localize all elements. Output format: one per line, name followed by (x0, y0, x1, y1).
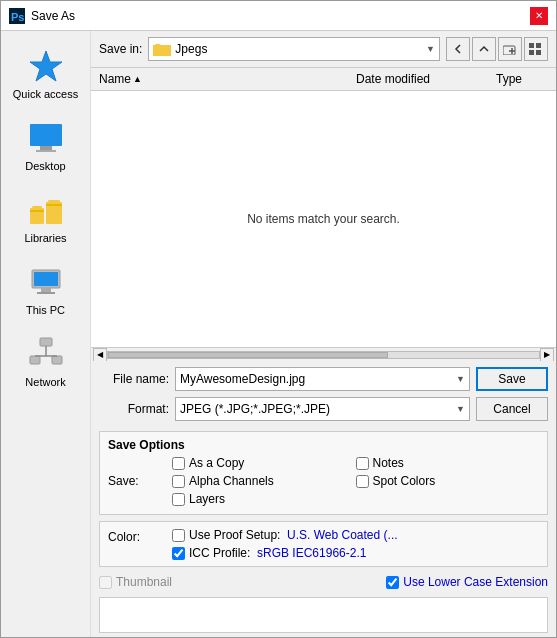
icc-profile-checkbox[interactable] (172, 547, 185, 560)
filename-input[interactable]: MyAwesomeDesign.jpg ▼ (175, 367, 470, 391)
spot-colors-item: Spot Colors (356, 474, 540, 488)
libraries-icon (28, 192, 64, 228)
thumbnail-check: Thumbnail (99, 575, 172, 589)
top-bar: Save in: Jpegs ▼ (91, 31, 556, 68)
svg-rect-11 (48, 200, 60, 202)
svg-rect-25 (529, 43, 534, 48)
svg-rect-5 (36, 150, 56, 152)
scroll-left-button[interactable]: ◀ (93, 348, 107, 362)
sort-arrow: ▲ (133, 74, 142, 84)
format-dropdown-arrow: ▼ (456, 404, 465, 414)
icc-profile-item: ICC Profile: sRGB IEC61966-2.1 (172, 546, 539, 560)
sidebar-item-libraries[interactable]: Libraries (6, 183, 86, 251)
color-options: Use Proof Setup: U.S. Web Coated (... IC… (172, 528, 539, 560)
col-date[interactable]: Date modified (352, 70, 492, 88)
libraries-icon-box (26, 190, 66, 230)
save-in-label: Save in: (99, 42, 142, 56)
spot-colors-checkbox[interactable] (356, 475, 369, 488)
cancel-button[interactable]: Cancel (476, 397, 548, 421)
sidebar-item-label: This PC (26, 304, 65, 316)
svg-rect-9 (46, 204, 62, 206)
title-bar-left: Ps Save As (9, 8, 75, 24)
svg-rect-14 (41, 288, 51, 292)
nav-back-button[interactable] (446, 37, 470, 61)
close-button[interactable]: ✕ (530, 7, 548, 25)
scrollbar-area: ◀ ▶ (91, 347, 556, 361)
sidebar-item-quick-access[interactable]: Quick access (6, 39, 86, 107)
lowercase-label: Use Lower Case Extension (403, 575, 548, 589)
spot-colors-label: Spot Colors (373, 474, 436, 488)
new-folder-icon (503, 43, 517, 55)
color-label: Color: (108, 528, 168, 544)
lowercase-checkbox[interactable] (386, 576, 399, 589)
back-icon (452, 43, 464, 55)
notes-label: Notes (373, 456, 404, 470)
svg-rect-3 (30, 124, 62, 146)
this-pc-icon-box (26, 262, 66, 302)
col-name[interactable]: Name ▲ (95, 70, 352, 88)
computer-icon (28, 264, 64, 300)
layers-item: Layers (172, 492, 356, 506)
color-row: Color: Use Proof Setup: U.S. Web Coated … (108, 528, 539, 560)
bottom-text-area[interactable] (99, 597, 548, 633)
file-list-area: No items match your search. (91, 91, 556, 347)
svg-rect-18 (52, 356, 62, 364)
quick-access-icon-box (26, 46, 66, 86)
format-row: Format: JPEG (*.JPG;*.JPEG;*.JPE) ▼ Canc… (99, 397, 548, 421)
save-options-title: Save Options (108, 438, 539, 452)
svg-rect-16 (40, 338, 52, 346)
svg-rect-15 (37, 292, 55, 294)
h-scrollbar-thumb (108, 352, 388, 358)
svg-rect-4 (40, 146, 52, 150)
save-in-dropdown-inner: Jpegs (153, 42, 207, 56)
notes-item: Notes (356, 456, 540, 470)
sidebar-item-this-pc[interactable]: This PC (6, 255, 86, 323)
layers-checkbox[interactable] (172, 493, 185, 506)
alpha-channels-checkbox[interactable] (172, 475, 185, 488)
options-col-left: As a Copy Alpha Channels Layers (172, 456, 356, 506)
thumbnail-label: Thumbnail (116, 575, 172, 589)
use-proof-label: Use Proof Setup: U.S. Web Coated (... (189, 528, 398, 542)
nav-views-button[interactable] (524, 37, 548, 61)
options-col-right: Notes Spot Colors (356, 456, 540, 506)
sidebar-item-network[interactable]: Network (6, 327, 86, 395)
save-in-dropdown[interactable]: Jpegs ▼ (148, 37, 440, 61)
sidebar-item-label: Network (25, 376, 65, 388)
color-section: Color: Use Proof Setup: U.S. Web Coated … (99, 521, 548, 567)
svg-rect-7 (30, 210, 44, 212)
format-dropdown[interactable]: JPEG (*.JPG;*.JPEG;*.JPE) ▼ (175, 397, 470, 421)
network-icon-box (26, 334, 66, 374)
file-list-header: Name ▲ Date modified Type (91, 68, 556, 91)
use-proof-text: Use Proof Setup: (189, 528, 284, 542)
filename-row: File name: MyAwesomeDesign.jpg ▼ Save (99, 367, 548, 391)
use-proof-checkbox[interactable] (172, 529, 185, 542)
col-type[interactable]: Type (492, 70, 552, 88)
svg-rect-26 (536, 43, 541, 48)
use-proof-sublabel: U.S. Web Coated (... (287, 528, 398, 542)
save-in-folder-name: Jpegs (175, 42, 207, 56)
as-copy-label: As a Copy (189, 456, 244, 470)
as-copy-checkbox[interactable] (172, 457, 185, 470)
title-bar: Ps Save As ✕ (1, 1, 556, 31)
icc-profile-sublabel: sRGB IEC61966-2.1 (257, 546, 366, 560)
sidebar-item-label: Quick access (13, 88, 78, 100)
alpha-channels-label: Alpha Channels (189, 474, 274, 488)
nav-up-button[interactable] (472, 37, 496, 61)
nav-new-folder-button[interactable] (498, 37, 522, 61)
h-scrollbar[interactable] (107, 351, 540, 359)
col-date-label: Date modified (356, 72, 430, 86)
format-label: Format: (99, 402, 169, 416)
main-area: Save in: Jpegs ▼ (91, 31, 556, 637)
svg-rect-10 (32, 206, 42, 208)
network-icon (28, 336, 64, 372)
alpha-channels-item: Alpha Channels (172, 474, 356, 488)
save-button[interactable]: Save (476, 367, 548, 391)
sidebar-item-label: Desktop (25, 160, 65, 172)
scroll-right-button[interactable]: ▶ (540, 348, 554, 362)
sidebar: Quick access Desktop (1, 31, 91, 637)
sidebar-item-desktop[interactable]: Desktop (6, 111, 86, 179)
thumbnail-checkbox[interactable] (99, 576, 112, 589)
svg-rect-28 (536, 50, 541, 55)
svg-rect-13 (34, 272, 58, 286)
notes-checkbox[interactable] (356, 457, 369, 470)
